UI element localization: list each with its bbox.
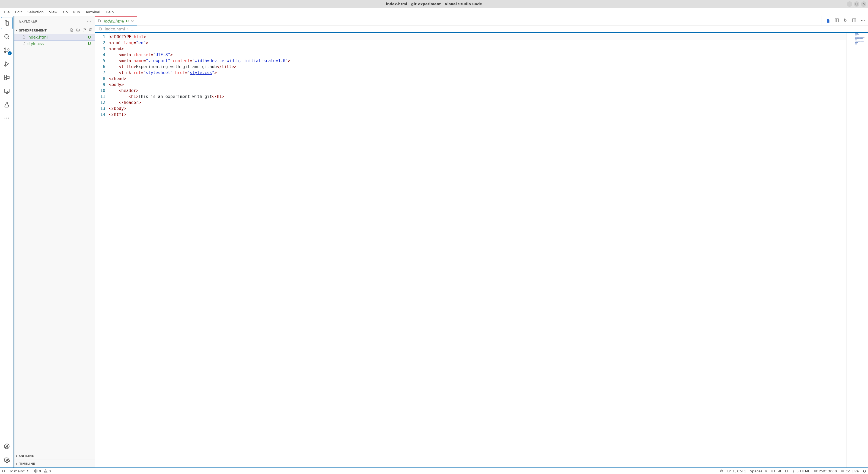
git-status-badge: U [88,35,91,39]
svg-point-27 [863,20,863,21]
svg-point-34 [815,471,816,471]
timeline-label: TIMELINE [19,462,35,466]
menu-item-go[interactable]: Go [60,9,70,15]
activity-extensions-icon[interactable] [1,71,13,83]
line-number: 5 [95,58,105,64]
split-editor-icon[interactable] [852,18,857,24]
svg-point-18 [90,21,91,21]
window-title: index.html - git-experiment - Visual Stu… [386,2,482,6]
line-number: 8 [95,76,105,82]
code-line[interactable]: </body> [109,106,868,112]
activity-settings-icon[interactable] [1,454,13,466]
encoding-status[interactable]: UTF-8 [771,469,781,473]
file-tree: index.htmlUstyle.cssU [14,34,95,452]
svg-point-22 [844,19,845,20]
svg-rect-20 [835,19,837,22]
code-line[interactable]: <body> [109,82,868,88]
file-icon [22,35,26,40]
svg-rect-7 [7,76,9,79]
code-line[interactable]: </head> [109,76,868,82]
svg-point-31 [12,470,12,471]
activity-explorer-icon[interactable] [1,17,13,29]
activity-account-icon[interactable] [1,440,13,452]
activitybar: 2 [0,16,13,468]
code-line[interactable]: <h1>This is an experiment with git</h1> [109,94,868,100]
svg-point-4 [5,65,6,66]
line-number: 3 [95,46,105,52]
new-file-icon[interactable] [70,28,74,33]
file-row-style-css[interactable]: style.cssU [14,40,95,47]
close-tab-icon[interactable]: ✕ [131,19,134,23]
git-status-badge: U [126,19,129,23]
code-line[interactable]: <meta name="viewport" content="width=dev… [109,58,868,64]
menu-item-run[interactable]: Run [70,9,83,15]
code-line[interactable]: <head> [109,46,868,52]
activity-source-control-icon[interactable]: 2 [1,44,13,56]
refresh-icon[interactable] [82,28,86,33]
warning-count: 0 [49,469,51,473]
svg-point-10 [4,118,5,118]
file-row-index-html[interactable]: index.htmlU [14,34,95,40]
svg-point-3 [8,49,9,50]
menu-item-help[interactable]: Help [103,9,117,15]
code-line[interactable]: <meta charset="UTF-8"> [109,52,868,58]
activity-more-icon[interactable] [1,112,13,124]
window-minimize-button[interactable]: – [847,1,852,7]
activity-testing-icon[interactable] [1,98,13,111]
menu-item-selection[interactable]: Selection [25,9,46,15]
window-close-button[interactable]: ✕ [861,1,866,7]
outline-section-header[interactable]: OUTLINE [14,452,95,460]
port-status[interactable]: Port: 3000 [814,469,837,473]
file-icon [22,41,26,46]
compare-changes-icon[interactable] [843,18,848,24]
code-line[interactable]: <title>Experimenting with git and github… [109,64,868,70]
git-branch-status[interactable]: main* [9,469,30,473]
breadcrumb[interactable]: index.html › ... [95,26,868,33]
zoom-reset-icon[interactable] [720,469,723,473]
editor-tab-index-html[interactable]: index.htmlU✕ [95,16,137,26]
code-line[interactable]: <html lang="en"> [109,40,868,46]
go-live-status[interactable]: Go Live [841,469,859,473]
code-line[interactable]: <header> [109,88,868,94]
code-line[interactable]: </html> [109,112,868,118]
menu-item-view[interactable]: View [46,9,60,15]
notifications-icon[interactable] [863,469,866,473]
language-mode-status[interactable]: { } HTML [793,469,810,473]
code-source[interactable]: <!DOCTYPE html><html lang="en"><head> <m… [109,33,868,118]
indentation-status[interactable]: Spaces: 4 [750,469,767,473]
editor-body[interactable]: 1234567891011121314 <!DOCTYPE html><html… [95,33,868,468]
svg-rect-6 [4,78,6,80]
eol-status[interactable]: LF [785,469,789,473]
split-diff-icon[interactable] [834,18,839,24]
file-name: style.css [27,41,44,46]
remote-indicator[interactable] [2,469,5,473]
window-maximize-button[interactable]: ▢ [854,1,859,7]
svg-point-2 [4,51,6,53]
activity-remote-icon[interactable] [1,85,13,97]
file-name: index.html [27,35,48,39]
code-line[interactable]: <!DOCTYPE html> [109,34,868,40]
menu-item-edit[interactable]: Edit [12,9,25,15]
activity-search-icon[interactable] [1,31,13,42]
php-icon[interactable] [826,19,831,23]
collapse-all-icon[interactable] [88,28,93,33]
explorer-more-icon[interactable] [87,19,91,24]
cursor-position-status[interactable]: Ln 1, Col 1 [727,469,746,473]
timeline-section-header[interactable]: TIMELINE [14,460,95,468]
code-line[interactable]: </header> [109,100,868,106]
menu-item-file[interactable]: File [1,9,12,15]
folder-section-header[interactable]: GIT-EXPERIMENT [14,27,95,34]
activity-run-debug-icon[interactable] [1,58,13,70]
new-folder-icon[interactable] [76,28,80,33]
chevron-right-icon [16,454,18,458]
line-number: 4 [95,52,105,58]
svg-point-15 [6,459,8,461]
problems-status[interactable]: 0 0 [34,469,51,473]
code-line[interactable]: <link rel="stylesheet" href="style.css"> [109,70,868,76]
line-number: 6 [95,64,105,70]
menu-item-terminal[interactable]: Terminal [83,9,103,15]
editor-more-icon[interactable] [860,18,865,24]
minimap[interactable]: ▀▀▀▀▀▀▀▀▀▀▀▀▀▀▀▀▀▀▀▀▀▀ ▀▀▀▀▀▀▀▀▀▀▀▀ ▀▀▀▀… [846,33,868,468]
line-number: 12 [95,100,105,106]
source-control-badge: 2 [8,51,12,55]
